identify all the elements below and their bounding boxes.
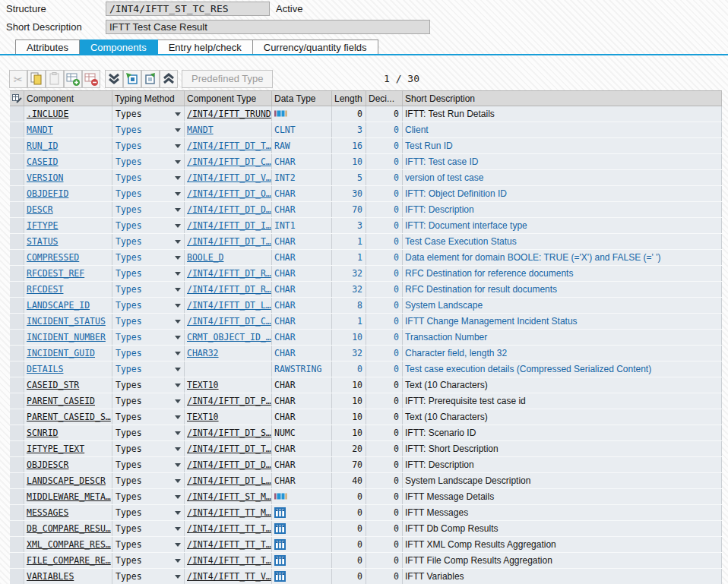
row-selector[interactable] xyxy=(10,569,24,584)
row-selector[interactable] xyxy=(10,218,24,233)
typing-method-dropdown[interactable]: Types xyxy=(112,409,185,425)
column-header-length[interactable]: Length xyxy=(332,91,366,106)
component-name-link[interactable]: VERSION xyxy=(24,170,112,185)
copy-entry-button[interactable] xyxy=(123,70,141,88)
component-name-link[interactable]: RFCDEST xyxy=(24,282,112,297)
typing-method-dropdown[interactable]: Types xyxy=(112,202,185,217)
component-type-link[interactable]: /INT4/IFTT_DT_R… xyxy=(185,266,272,281)
component-type-link[interactable]: /INT4/IFTT_DT_D… xyxy=(185,457,272,472)
short-description-field[interactable]: IFTT Test Case Result xyxy=(106,20,430,34)
component-type-link[interactable]: CHAR32 xyxy=(185,346,272,361)
row-selector[interactable] xyxy=(10,202,24,217)
typing-method-dropdown[interactable]: Types xyxy=(112,154,185,169)
row-selector[interactable] xyxy=(10,393,24,409)
component-type-link[interactable] xyxy=(185,361,272,377)
component-name-link[interactable]: IFTYPE xyxy=(24,218,112,233)
component-type-link[interactable]: /INT4/IFTT_TRUND xyxy=(185,106,272,122)
component-name-link[interactable]: SCNRID xyxy=(24,425,112,440)
component-type-link[interactable]: TEXT10 xyxy=(185,377,272,393)
row-selector[interactable] xyxy=(10,537,24,552)
tab-attributes[interactable]: Attributes xyxy=(15,39,80,55)
component-name-link[interactable]: STATUS xyxy=(24,234,112,249)
row-selector[interactable] xyxy=(10,266,24,281)
component-type-link[interactable]: /INT4/IFTT_DT_R… xyxy=(185,282,272,297)
typing-method-dropdown[interactable]: Types xyxy=(112,425,185,440)
delete-row-button[interactable] xyxy=(82,70,100,88)
component-name-link[interactable]: DB_COMPARE_RESU… xyxy=(24,521,112,536)
tab-currency-quantity-fields[interactable]: Currency/quantity fields xyxy=(253,39,378,55)
row-selector[interactable] xyxy=(10,250,24,265)
component-name-link[interactable]: LANDSCAPE_ID xyxy=(24,298,112,313)
column-header-component-type[interactable]: Component Type xyxy=(185,91,272,106)
copy-button[interactable] xyxy=(27,70,46,88)
column-header-data-type[interactable]: Data Type xyxy=(272,91,332,106)
typing-method-dropdown[interactable]: Types xyxy=(112,298,185,313)
component-name-link[interactable]: OBJDEFID xyxy=(24,186,112,201)
component-name-link[interactable]: DETAILS xyxy=(24,361,112,377)
paste-entry-button[interactable] xyxy=(141,70,160,88)
row-selector[interactable] xyxy=(10,330,24,345)
component-name-link[interactable]: OBJDESCR xyxy=(24,457,112,472)
component-type-link[interactable]: /INT4/IFTT_DT_C… xyxy=(185,154,272,169)
component-name-link[interactable]: INCIDENT_GUID xyxy=(24,346,112,361)
insert-row-button[interactable] xyxy=(64,70,82,88)
component-name-link[interactable]: PARENT_CASEID xyxy=(24,393,112,409)
component-name-link[interactable]: .INCLUDE xyxy=(24,106,112,122)
typing-method-dropdown[interactable]: Types xyxy=(112,266,185,281)
component-type-link[interactable]: /INT4/IFTT_DT_S… xyxy=(185,425,272,440)
typing-method-dropdown[interactable]: Types xyxy=(112,122,185,137)
typing-method-dropdown[interactable]: Types xyxy=(112,186,185,201)
row-selector[interactable] xyxy=(10,505,24,520)
component-name-link[interactable]: COMPRESSED xyxy=(24,250,112,265)
component-type-link[interactable]: /INT4/IFTT_DT_T… xyxy=(185,138,272,153)
chevrons-down-button[interactable] xyxy=(105,70,123,88)
component-name-link[interactable]: DESCR xyxy=(24,202,112,217)
component-type-link[interactable]: /INT4/IFTT_DT_L… xyxy=(185,473,272,488)
typing-method-dropdown[interactable]: Types xyxy=(112,457,185,472)
typing-method-dropdown[interactable]: Types xyxy=(112,282,185,297)
component-type-link[interactable]: /INT4/IFTT_DT_T… xyxy=(185,234,272,249)
tab-entry-help-check[interactable]: Entry help/check xyxy=(158,39,253,55)
component-name-link[interactable]: MIDDLEWARE_META… xyxy=(24,489,112,504)
typing-method-dropdown[interactable]: Types xyxy=(112,489,185,504)
typing-method-dropdown[interactable]: Types xyxy=(112,505,185,520)
row-selector[interactable] xyxy=(10,441,24,456)
row-selector[interactable] xyxy=(10,377,24,393)
row-selector[interactable] xyxy=(10,409,24,425)
component-type-link[interactable]: /INT4/IFTT_DT_O… xyxy=(185,186,272,201)
component-name-link[interactable]: MANDT xyxy=(24,122,112,137)
component-name-link[interactable]: INCIDENT_STATUS xyxy=(24,314,112,329)
row-selector[interactable] xyxy=(10,170,24,185)
typing-method-dropdown[interactable]: Types xyxy=(112,170,185,185)
typing-method-dropdown[interactable]: Types xyxy=(112,393,185,409)
row-selector[interactable] xyxy=(10,298,24,313)
component-type-link[interactable]: /INT4/IFTT_TT_T… xyxy=(185,553,272,568)
row-selector[interactable] xyxy=(10,154,24,169)
row-selector[interactable] xyxy=(10,138,24,153)
row-selector[interactable] xyxy=(10,457,24,472)
paste-button[interactable] xyxy=(46,70,64,88)
typing-method-dropdown[interactable]: Types xyxy=(112,441,185,456)
row-selector[interactable] xyxy=(10,346,24,361)
row-selector[interactable] xyxy=(10,282,24,297)
component-type-link[interactable]: /INT4/IFTT_DT_I… xyxy=(185,218,272,233)
component-type-link[interactable]: /INT4/IFTT_TT_M… xyxy=(185,505,272,520)
component-name-link[interactable]: INCIDENT_NUMBER xyxy=(24,330,112,345)
typing-method-dropdown[interactable]: Types xyxy=(112,218,185,233)
row-selector[interactable] xyxy=(10,314,24,329)
select-all-icon[interactable] xyxy=(10,91,24,106)
component-name-link[interactable]: XML_COMPARE_RES… xyxy=(24,537,112,552)
column-header-short-description[interactable]: Short Description xyxy=(403,91,722,106)
row-selector[interactable] xyxy=(10,489,24,504)
row-selector[interactable] xyxy=(10,122,24,137)
typing-method-dropdown[interactable]: Types xyxy=(112,553,185,568)
component-name-link[interactable]: RFCDEST_REF xyxy=(24,266,112,281)
component-type-link[interactable]: TEXT10 xyxy=(185,409,272,425)
typing-method-dropdown[interactable]: Types xyxy=(112,250,185,265)
typing-method-dropdown[interactable]: Types xyxy=(112,537,185,552)
component-name-link[interactable]: RUN_ID xyxy=(24,138,112,153)
component-type-link[interactable]: /INT4/IFTT_DT_L… xyxy=(185,298,272,313)
component-name-link[interactable]: CASEID xyxy=(24,154,112,169)
row-selector[interactable] xyxy=(10,473,24,488)
component-name-link[interactable]: PARENT_CASEID_S… xyxy=(24,409,112,425)
